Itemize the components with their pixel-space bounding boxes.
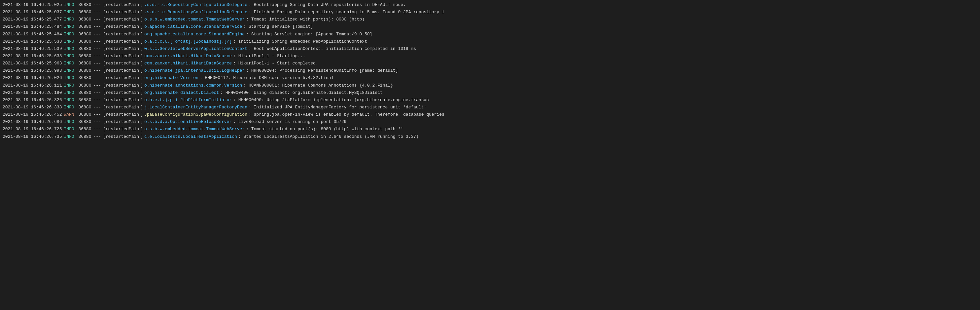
log-line: 2021-08-19 16:46:26.026INFO36880---[rest… [0,74,980,81]
log-container: 2021-08-19 16:46:25.025INFO36880---[rest… [0,0,980,310]
log-timestamp: 2021-08-19 16:46:25.025 [3,2,62,8]
log-separator: --- [93,75,101,81]
log-bracket-close: ] [140,31,143,38]
log-message: : HHH000400: Using dialect: org.hibernat… [220,89,977,96]
log-pid: 36880 [78,89,91,96]
log-thread: restartedMain [106,134,139,140]
log-timestamp: 2021-08-19 16:46:25.484 [3,24,62,30]
log-level: INFO [64,38,76,45]
log-logger: o.a.c.c.C.[Tomcat].[localhost].[/] [144,38,232,45]
log-bracket-open: [ [103,2,106,8]
log-separator: --- [93,89,101,96]
log-level: INFO [64,9,76,16]
log-separator: --- [93,38,101,45]
log-level: INFO [64,75,76,81]
log-bracket-open: [ [103,111,106,118]
log-bracket-open: [ [103,53,106,59]
log-bracket-open: [ [103,60,106,67]
log-level: INFO [64,82,76,89]
log-timestamp: 2021-08-19 16:46:26.686 [3,119,62,125]
log-line: 2021-08-19 16:46:26.686INFO36880---[rest… [0,118,980,126]
log-line: 2021-08-19 16:46:25.538INFO36880---[rest… [0,38,980,45]
log-timestamp: 2021-08-19 16:46:25.477 [3,16,62,23]
log-bracket-close: ] [140,38,143,45]
log-line: 2021-08-19 16:46:25.484INFO36880---[rest… [0,23,980,30]
log-pid: 36880 [78,82,91,89]
log-separator: --- [93,119,101,125]
log-separator: --- [93,60,101,67]
log-bracket-close: ] [140,2,143,8]
log-separator: --- [93,97,101,104]
log-line: 2021-08-19 16:46:26.735INFO36880---[rest… [0,133,980,141]
log-line: 2021-08-19 16:46:26.452WARN36880---[rest… [0,111,980,118]
log-logger: o.s.b.d.a.OptionalLiveReloadServer [144,119,232,125]
log-level: INFO [64,89,76,96]
log-line: 2021-08-19 16:46:25.477INFO36880---[rest… [0,16,980,23]
log-message: : Tomcat initialized with port(s): 8080 … [246,16,977,23]
log-bracket-close: ] [140,134,143,140]
log-thread: restartedMain [106,75,139,81]
log-bracket-close: ] [140,97,143,104]
log-separator: --- [93,46,101,52]
log-level: INFO [64,134,76,140]
log-thread: restartedMain [106,24,139,30]
log-level: INFO [64,46,76,52]
log-thread: restartedMain [106,53,139,59]
log-message: : Finished Spring Data repository scanni… [249,9,977,16]
log-logger: .s.d.r.c.RepositoryConfigurationDelegate [144,2,247,8]
log-thread: restartedMain [106,111,139,118]
log-timestamp: 2021-08-19 16:46:25.484 [3,31,62,38]
log-bracket-open: [ [103,97,106,104]
log-message: : Initialized JPA EntityManagerFactory f… [249,104,977,111]
log-level: INFO [64,24,76,30]
log-pid: 36880 [78,119,91,125]
log-message: : HikariPool-1 - Starting... [233,53,977,59]
log-separator: --- [93,24,101,30]
log-pid: 36880 [78,97,91,104]
log-line: 2021-08-19 16:46:25.638INFO36880---[rest… [0,53,980,60]
log-line: 2021-08-19 16:46:25.963INFO36880---[rest… [0,60,980,67]
log-logger: o.h.e.t.j.p.i.JtaPlatformInitiator [144,97,232,104]
log-level: INFO [64,67,76,74]
log-timestamp: 2021-08-19 16:46:25.638 [3,53,62,59]
log-bracket-open: [ [103,104,106,111]
log-pid: 36880 [78,75,91,81]
log-message: : Started LocalTestsApplication in 2.646… [239,134,977,140]
log-level: INFO [64,60,76,67]
log-message: : Bootstrapping Spring Data JPA reposito… [249,2,977,8]
log-separator: --- [93,16,101,23]
log-level: WARN [64,111,76,118]
log-separator: --- [93,31,101,38]
log-bracket-close: ] [140,82,143,89]
log-separator: --- [93,126,101,133]
log-level: INFO [64,119,76,125]
log-timestamp: 2021-08-19 16:46:25.538 [3,38,62,45]
log-pid: 36880 [78,126,91,133]
log-thread: restartedMain [106,9,139,16]
log-level: INFO [64,53,76,59]
log-thread: restartedMain [106,31,139,38]
log-bracket-close: ] [140,9,143,16]
log-bracket-close: ] [140,53,143,59]
log-separator: --- [93,104,101,111]
log-message: : HHH000490: Using JtaPlatform implement… [233,97,977,104]
log-pid: 36880 [78,67,91,74]
log-message: : HCANN000001: Hibernate Commons Annotat… [243,82,977,89]
log-message: : Tomcat started on port(s): 8080 (http)… [246,126,977,133]
log-level: INFO [64,97,76,104]
log-bracket-close: ] [140,60,143,67]
log-bracket-close: ] [140,104,143,111]
log-logger: .s.d.r.c.RepositoryConfigurationDelegate [144,9,247,16]
log-pid: 36880 [78,111,91,118]
log-bracket-open: [ [103,89,106,96]
log-line: 2021-08-19 16:46:25.993INFO36880---[rest… [0,67,980,74]
log-bracket-close: ] [140,67,143,74]
log-bracket-open: [ [103,31,106,38]
log-bracket-open: [ [103,38,106,45]
log-line: 2021-08-19 16:46:25.037INFO36880---[rest… [0,9,980,16]
log-logger: com.zaxxer.hikari.HikariDataSource [144,60,232,67]
log-timestamp: 2021-08-19 16:46:25.963 [3,60,62,67]
log-timestamp: 2021-08-19 16:46:26.111 [3,82,62,89]
log-line: 2021-08-19 16:46:26.326INFO36880---[rest… [0,96,980,104]
log-message: : Starting service [Tomcat] [243,24,977,30]
